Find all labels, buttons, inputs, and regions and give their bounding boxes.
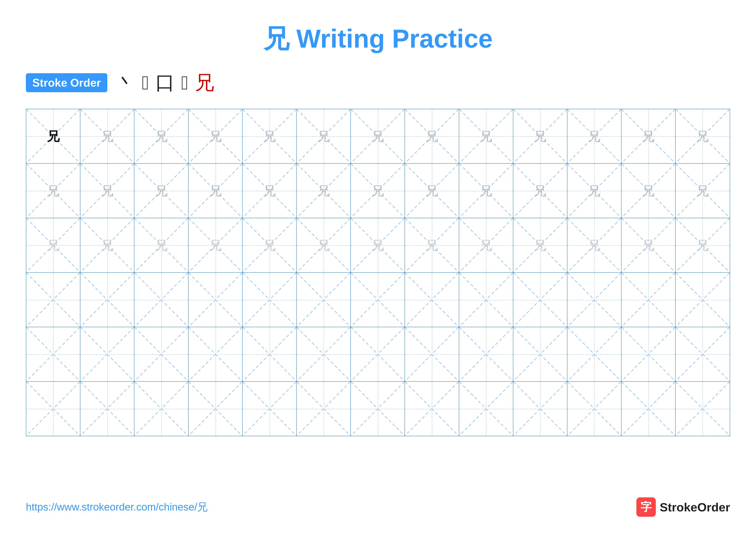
grid-cell[interactable]: 兄 — [134, 218, 189, 272]
grid-cell[interactable]: 兄 — [26, 164, 80, 218]
grid-cell[interactable]: 兄 — [189, 164, 243, 218]
grid-cell[interactable]: 兄 — [243, 109, 297, 163]
grid-cell[interactable]: 兄 — [351, 164, 405, 218]
grid-cell[interactable] — [26, 327, 80, 381]
grid-cell[interactable]: 兄 — [189, 218, 243, 272]
grid-cell[interactable]: 兄 — [676, 109, 730, 163]
grid-cell[interactable]: 兄 — [513, 109, 567, 163]
svg-line-102 — [676, 273, 730, 327]
grid-cell[interactable] — [676, 273, 730, 327]
grid-cell[interactable] — [567, 382, 622, 436]
practice-char: 兄 — [47, 239, 60, 252]
grid-cell[interactable]: 兄 — [80, 109, 134, 163]
svg-line-124 — [567, 327, 621, 381]
practice-char: 兄 — [534, 130, 546, 142]
svg-line-145 — [405, 382, 459, 436]
grid-cell[interactable] — [513, 382, 567, 436]
grid-cell[interactable]: 兄 — [26, 218, 80, 272]
grid-cell[interactable] — [676, 327, 730, 381]
grid-cell[interactable]: 兄 — [134, 164, 189, 218]
grid-cell[interactable] — [459, 327, 513, 381]
grid-cell[interactable] — [676, 382, 730, 436]
grid-cell[interactable] — [459, 382, 513, 436]
grid-cell[interactable] — [243, 327, 297, 381]
grid-cell[interactable] — [26, 382, 80, 436]
svg-line-91 — [351, 273, 405, 327]
grid-cell[interactable]: 兄 — [405, 109, 459, 163]
svg-line-78 — [26, 273, 80, 327]
grid-cell[interactable] — [80, 382, 134, 436]
practice-char: 兄 — [534, 239, 546, 252]
grid-cell[interactable]: 兄 — [297, 109, 351, 163]
practice-char: 兄 — [426, 239, 438, 252]
grid-cell[interactable] — [351, 382, 405, 436]
grid-row: 兄兄兄兄兄兄兄兄兄兄兄兄兄 — [26, 109, 730, 164]
grid-cell[interactable]: 兄 — [405, 218, 459, 272]
grid-cell[interactable]: 兄 — [243, 164, 297, 218]
grid-cell[interactable] — [459, 273, 513, 327]
grid-cell[interactable]: 兄 — [297, 218, 351, 272]
grid-cell[interactable]: 兄 — [459, 109, 513, 163]
grid-cell[interactable] — [513, 273, 567, 327]
grid-cell[interactable]: 兄 — [26, 109, 80, 163]
practice-char: 兄 — [534, 185, 546, 197]
grid-cell[interactable] — [405, 273, 459, 327]
svg-line-107 — [80, 327, 134, 381]
grid-cell[interactable]: 兄 — [676, 218, 730, 272]
stroke-3: 口 — [155, 69, 175, 96]
grid-cell[interactable]: 兄 — [567, 109, 622, 163]
practice-char: 兄 — [101, 185, 114, 197]
grid-cell[interactable] — [243, 382, 297, 436]
practice-char: 兄 — [101, 239, 114, 252]
grid-cell[interactable] — [26, 273, 80, 327]
grid-cell[interactable] — [134, 273, 189, 327]
grid-cell[interactable]: 兄 — [80, 218, 134, 272]
grid-cell[interactable]: 兄 — [513, 164, 567, 218]
grid-cell[interactable] — [189, 382, 243, 436]
grid-cell[interactable] — [622, 382, 676, 436]
grid-cell[interactable]: 兄 — [351, 218, 405, 272]
grid-cell[interactable]: 兄 — [459, 218, 513, 272]
grid-cell[interactable]: 兄 — [567, 218, 622, 272]
grid-cell[interactable]: 兄 — [622, 109, 676, 163]
grid-cell[interactable] — [134, 382, 189, 436]
grid-cell[interactable]: 兄 — [134, 109, 189, 163]
grid-cell[interactable] — [189, 273, 243, 327]
grid-cell[interactable] — [567, 273, 622, 327]
grid-cell[interactable] — [405, 382, 459, 436]
grid-cell[interactable] — [189, 327, 243, 381]
grid-cell[interactable] — [297, 327, 351, 381]
grid-cell[interactable]: 兄 — [351, 109, 405, 163]
grid-cell[interactable] — [297, 273, 351, 327]
svg-line-130 — [26, 382, 80, 436]
grid-cell[interactable] — [513, 327, 567, 381]
grid-cell[interactable] — [622, 327, 676, 381]
grid-cell[interactable] — [297, 382, 351, 436]
grid-cell[interactable]: 兄 — [459, 164, 513, 218]
grid-cell[interactable] — [567, 327, 622, 381]
grid-cell[interactable] — [80, 273, 134, 327]
grid-cell[interactable]: 兄 — [676, 164, 730, 218]
grid-cell[interactable] — [134, 327, 189, 381]
grid-cell[interactable] — [405, 327, 459, 381]
grid-cell[interactable] — [351, 273, 405, 327]
grid-cell[interactable] — [80, 327, 134, 381]
grid-cell[interactable]: 兄 — [567, 164, 622, 218]
svg-line-141 — [297, 382, 350, 436]
svg-line-92 — [405, 273, 459, 327]
grid-cell[interactable] — [243, 273, 297, 327]
svg-line-118 — [405, 327, 459, 381]
grid-cell[interactable] — [622, 273, 676, 327]
grid-cell[interactable] — [351, 327, 405, 381]
grid-row — [26, 327, 730, 382]
grid-cell[interactable]: 兄 — [297, 164, 351, 218]
grid-cell[interactable]: 兄 — [405, 164, 459, 218]
grid-cell[interactable]: 兄 — [189, 109, 243, 163]
grid-cell[interactable]: 兄 — [513, 218, 567, 272]
grid-cell[interactable]: 兄 — [622, 218, 676, 272]
grid-cell[interactable]: 兄 — [622, 164, 676, 218]
svg-line-114 — [297, 327, 350, 381]
grid-cell[interactable]: 兄 — [80, 164, 134, 218]
svg-line-129 — [676, 327, 730, 381]
grid-cell[interactable]: 兄 — [243, 218, 297, 272]
